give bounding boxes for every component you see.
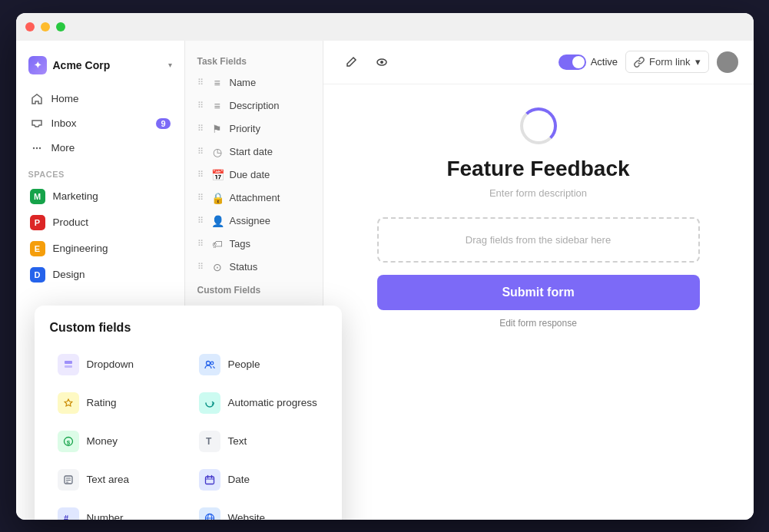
sidebar-item-more[interactable]: More [22,136,178,160]
custom-fields-label: Custom Fields [185,279,323,300]
field-name-label: Name [230,77,257,88]
custom-fields-popup: Custom fields Dropdown [35,306,342,520]
field-name[interactable]: ⠿ ≡ Name [185,71,323,94]
workspace-header[interactable]: ✦ Acme Corp ▾ [16,50,184,87]
titlebar [16,13,754,41]
cf-item-website[interactable]: Website [191,501,326,520]
field-start-date-label: Start date [230,146,273,157]
sidebar-home-label: Home [51,93,79,104]
drag-handle-icon: ⠿ [197,147,205,157]
field-status-label: Status [230,261,258,273]
edit-form-response[interactable]: Edit form response [499,318,577,329]
form-preview: Feature Feedback Enter form description … [323,84,754,520]
svg-rect-16 [205,477,214,484]
svg-point-4 [380,61,383,64]
auto-progress-icon [199,392,220,414]
cf-item-dropdown[interactable]: Dropdown [50,347,185,382]
preview-mode-button[interactable] [370,50,394,74]
drag-handle-icon: ⠿ [197,193,205,203]
cf-dropdown-label: Dropdown [87,359,134,370]
drag-drop-zone[interactable]: Drag fields from the sidebar here [377,217,700,263]
svg-point-1 [35,147,37,148]
inbox-badge: 9 [156,118,170,129]
workspace-name: Acme Corp [53,59,111,71]
marketing-dot: M [30,189,45,204]
active-label: Active [591,56,618,68]
field-priority[interactable]: ⠿ ⚑ Priority [185,117,323,140]
field-tags-label: Tags [230,238,250,249]
engineering-label: Engineering [53,243,108,254]
active-toggle[interactable] [559,55,586,70]
status-field-icon: ⊙ [211,261,224,273]
product-dot: P [30,215,45,230]
form-toolbar: Active Form link ▾ [323,41,754,84]
submit-form-button[interactable]: Submit form [377,275,700,310]
cf-number-label: Number [87,512,124,520]
field-attachment[interactable]: ⠿ 🔒 Attachment [185,187,323,210]
field-tags[interactable]: ⠿ 🏷 Tags [185,233,323,256]
cf-item-text-area[interactable]: Text area [50,462,185,497]
sidebar-more-label: More [51,142,75,154]
cf-item-money[interactable]: $ Money [50,424,185,459]
number-icon: # [58,507,79,520]
form-link-label: Form link [649,56,690,68]
field-assignee[interactable]: ⠿ 👤 Assignee [185,210,323,233]
maximize-button[interactable] [56,22,65,31]
sidebar-nav: Home Inbox 9 [16,87,184,160]
start-date-field-icon: ◷ [211,146,224,158]
home-icon [30,92,44,106]
workspace-icon: ✦ [28,56,47,74]
text-area-icon [58,469,79,491]
sidebar-item-marketing[interactable]: M Marketing [22,183,178,210]
cf-text-area-label: Text area [87,474,130,485]
cf-item-text[interactable]: T Text [191,424,326,459]
cf-website-label: Website [228,512,266,520]
sidebar-item-design[interactable]: D Design [22,262,178,288]
cf-date-label: Date [228,474,250,485]
drag-handle-icon: ⠿ [197,216,205,226]
svg-point-2 [38,147,40,148]
cf-item-date[interactable]: Date [191,462,326,497]
name-field-icon: ≡ [211,77,224,89]
edit-mode-button[interactable] [339,50,363,74]
spaces-section-label: Spaces [16,160,184,183]
rating-icon [58,392,79,414]
custom-fields-grid: Dropdown People [50,347,326,520]
cf-item-rating[interactable]: Rating [50,385,185,421]
drag-handle-icon: ⠿ [197,170,205,180]
svg-rect-6 [65,365,72,368]
close-button[interactable] [25,22,35,31]
marketing-label: Marketing [53,190,98,202]
form-description-placeholder[interactable]: Enter form description [489,187,587,199]
form-title: Feature Feedback [446,157,629,181]
sidebar-item-inbox[interactable]: Inbox 9 [22,111,178,136]
website-icon [199,507,220,520]
sidebar-item-product[interactable]: P Product [22,210,178,236]
field-status[interactable]: ⠿ ⊙ Status [185,256,323,279]
cf-text-label: Text [228,435,247,447]
text-icon: T [199,431,220,452]
cf-item-people[interactable]: People [191,347,326,382]
assignee-field-icon: 👤 [211,215,224,227]
popup-title: Custom fields [50,321,326,335]
app-window: ✦ Acme Corp ▾ Home [16,13,754,520]
minimize-button[interactable] [41,22,50,31]
sidebar-item-engineering[interactable]: E Engineering [22,236,178,262]
toolbar-right: Active Form link ▾ [559,51,738,73]
field-start-date[interactable]: ⠿ ◷ Start date [185,140,323,164]
workspace-chevron-icon: ▾ [168,61,172,69]
form-link-button[interactable]: Form link ▾ [625,51,708,73]
design-dot: D [30,267,45,283]
svg-text:$: $ [66,439,70,446]
svg-text:#: # [64,514,68,520]
field-due-date[interactable]: ⠿ 📅 Due date [185,164,323,187]
field-description-label: Description [230,100,280,111]
loading-spinner [520,107,557,144]
engineering-dot: E [30,241,45,256]
cf-item-auto-progress[interactable]: Automatic progress [191,385,326,421]
main-content: Active Form link ▾ Feature Feedback [323,41,754,520]
sidebar-item-home[interactable]: Home [22,87,178,111]
field-description[interactable]: ⠿ ≡ Description [185,94,323,117]
date-icon [199,469,220,491]
cf-item-number[interactable]: # Number [50,501,185,520]
